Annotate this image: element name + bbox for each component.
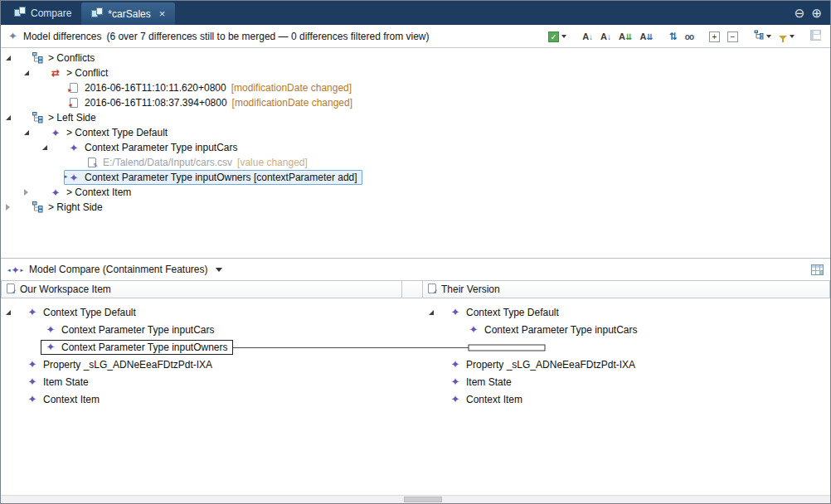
filters-button[interactable]	[776, 29, 797, 44]
model-element-add-icon: ►✦	[66, 172, 81, 183]
tree-row-content: ✦Property _sLG_ADNeEeaFDtzPdt-IXA	[22, 357, 217, 372]
collapse-all-icon: −	[727, 31, 738, 42]
expander-icon[interactable]	[6, 204, 27, 211]
tree-row-content: ✦Context Type Default	[445, 305, 564, 320]
tab-bar: Compare *carSales × ⊖ ⊕	[1, 1, 830, 25]
tree-row-content: ✎E:/Talend/Data/Input/cars.csv[value cha…	[82, 155, 313, 170]
navigate-diffs-button[interactable]: ⇅	[667, 29, 680, 44]
tree-row-label: Item State	[43, 376, 89, 388]
close-icon[interactable]: ×	[159, 7, 166, 20]
tree-row-content: ◄2016-06-16T11:08:37.394+0800[modificati…	[64, 95, 357, 110]
accept-all-button[interactable]: A⇊	[616, 29, 634, 44]
model-element-icon: ✦	[43, 324, 58, 335]
tree-row[interactable]: > Left Side	[1, 110, 830, 125]
up-down-arrows-icon: ⇅	[669, 31, 678, 42]
model-element-icon: ✦	[448, 359, 463, 370]
tree-row[interactable]: ✦Context Type Default	[1, 303, 402, 321]
resolved-filter-button[interactable]: ✓	[546, 29, 569, 44]
chevron-down-icon[interactable]	[216, 268, 222, 272]
dropdown-caret-icon[interactable]	[790, 35, 795, 38]
expander-icon[interactable]	[24, 130, 46, 135]
compare-title: Model Compare (Containment Features)	[29, 264, 207, 275]
tree-row[interactable]: ✦Item State	[1, 373, 402, 390]
model-element-icon: ✦	[43, 342, 58, 352]
tree-row[interactable]: ✎E:/Talend/Data/Input/cars.csv[value cha…	[1, 155, 830, 170]
search-button[interactable]: oo	[683, 29, 696, 44]
tree-group-icon	[30, 201, 45, 213]
tree-row-content: ✦Item State	[22, 375, 94, 390]
table-layout-button[interactable]	[811, 264, 824, 275]
minimize-button[interactable]: ⊖	[795, 7, 805, 19]
expander-icon[interactable]	[24, 70, 46, 75]
tree-row[interactable]: ✦Item State	[424, 373, 830, 390]
tree-row[interactable]: ✦> Context Item	[1, 185, 830, 200]
group-by-button[interactable]	[751, 28, 774, 45]
tab-carsales[interactable]: *carSales ×	[81, 2, 175, 25]
horizontal-scrollbar[interactable]	[1, 495, 830, 503]
model-element-icon: ✦	[466, 324, 481, 335]
model-element-icon: ✦	[48, 187, 63, 198]
tree-row-content: ✦Context Parameter Type inputOwners	[41, 340, 233, 355]
expander-icon[interactable]	[429, 310, 445, 315]
tree-row[interactable]: ⇄> Conflict	[1, 65, 830, 80]
tree-row[interactable]: ✦Context Type Default	[424, 303, 830, 321]
tree-row[interactable]: ◄2016-06-16T11:08:37.394+0800[modificati…	[1, 95, 830, 110]
tree-row[interactable]: ✦Context Parameter Type inputOwners	[1, 338, 402, 356]
model-element-icon: ✦	[25, 359, 40, 370]
model-differences-header: ✦ Model differences (6 over 7 difference…	[1, 25, 830, 48]
dropdown-caret-icon[interactable]	[766, 35, 771, 38]
tree-row[interactable]: ✦Context Item	[424, 390, 830, 408]
maximize-button[interactable]: ⊕	[811, 7, 822, 19]
tree-row[interactable]: > Right Side	[1, 200, 830, 215]
collapse-all-button[interactable]: −	[725, 29, 741, 44]
expand-all-button[interactable]: +	[707, 29, 722, 44]
expander-icon[interactable]	[6, 310, 22, 315]
expander-icon[interactable]	[6, 56, 27, 61]
expander-icon[interactable]	[24, 189, 46, 196]
model-element-icon: ✦	[25, 307, 40, 317]
accept-change-button[interactable]: A↓	[580, 29, 595, 44]
tree-row-label: Context Parameter Type inputCars	[85, 142, 238, 153]
tree-row[interactable]: > Conflicts	[1, 51, 830, 65]
model-element-icon: ✦	[48, 128, 63, 138]
reject-all-button[interactable]: A⇊	[637, 29, 655, 44]
tree-row[interactable]: ✦Property _sLG_ADNeEeaFDtzPdt-IXA	[424, 356, 830, 373]
tree-row-content: ✦Context Type Default	[22, 305, 141, 320]
expander-icon[interactable]	[6, 115, 27, 120]
save-icon	[810, 30, 821, 43]
tree-structure-icon	[754, 30, 764, 43]
tree-row-content: ✦Context Item	[22, 392, 104, 407]
scrollbar-thumb[interactable]	[404, 497, 442, 502]
tree-row-placeholder	[424, 338, 830, 356]
center-column-header	[401, 280, 423, 298]
value-changed-icon: ✎	[85, 158, 100, 167]
tree-row[interactable]: ✦Context Parameter Type inputCars	[1, 321, 402, 338]
reject-change-button[interactable]: A↓	[598, 29, 614, 44]
tree-row-content: > Left Side	[27, 110, 101, 125]
compare-column-headers: ✓ Our Workspace Item ✓ Their Version	[1, 280, 830, 298]
expander-icon[interactable]	[42, 145, 64, 150]
tree-row-content: > Right Side	[27, 200, 108, 215]
tree-row-content: > Conflicts	[27, 51, 100, 65]
tree-row[interactable]: ✦Context Parameter Type inputCars	[1, 140, 830, 155]
tree-row[interactable]: ►2016-06-16T11:10:11.620+0800[modificati…	[1, 80, 830, 95]
model-differences-icon: ✦	[8, 31, 17, 41]
their-version-icon: ✓	[428, 284, 436, 296]
check-icon: ✓	[548, 31, 559, 42]
model-element-icon: ✦	[25, 394, 40, 405]
tree-row[interactable]: ✦Property _sLG_ADNeEeaFDtzPdt-IXA	[1, 356, 402, 373]
tree-row[interactable]: ✦Context Item	[1, 390, 402, 408]
a-double-arrow-blue-icon: A⇊	[639, 31, 653, 42]
tree-row-label: > Context Type Default	[66, 127, 168, 138]
tree-row[interactable]: ✦> Context Type Default	[1, 125, 830, 140]
tab-compare[interactable]: Compare	[4, 1, 81, 25]
change-left-icon: ◄	[66, 98, 81, 108]
compare-editor-window: Compare *carSales × ⊖ ⊕ ✦ Model differen…	[0, 0, 831, 504]
tree-row-content: ✦Context Parameter Type inputCars	[64, 140, 243, 155]
right-column-header: ✓ Their Version	[422, 280, 830, 298]
tree-row[interactable]: ►✦Context Parameter Type inputOwners [co…	[1, 170, 830, 185]
dropdown-caret-icon[interactable]	[561, 35, 566, 38]
tree-row-content: ⇄> Conflict	[46, 65, 113, 80]
tree-row[interactable]: ✦Context Parameter Type inputCars	[424, 321, 830, 338]
right-column-title: Their Version	[441, 284, 500, 295]
